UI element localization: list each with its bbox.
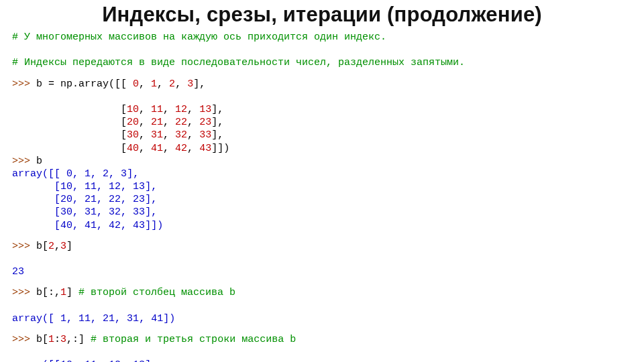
code-block: # У многомерных массивов на каждую ось п… — [12, 31, 632, 362]
num: 1 — [151, 78, 157, 90]
code-text: b[ — [30, 334, 48, 345]
num: 33 — [199, 129, 211, 141]
comment-line: # Индексы передаются в виде последовател… — [12, 57, 465, 68]
num: 0 — [133, 78, 139, 90]
num: 22 — [175, 117, 187, 128]
num: 10 — [127, 104, 139, 115]
prompt: >>> — [12, 334, 30, 345]
num: 43 — [199, 143, 211, 154]
num: 20 — [127, 117, 139, 128]
num: 32 — [175, 129, 187, 141]
comment-line: # У многомерных массивов на каждую ось п… — [12, 32, 386, 43]
code-text: b[:, — [30, 287, 60, 298]
output-line: [30, 31, 32, 33], — [12, 206, 157, 218]
output-line: array([ 1, 11, 21, 31, 41]) — [12, 313, 175, 324]
slide-title: Индексы, срезы, итерации (продолжение) — [12, 3, 632, 27]
code-text: [ — [12, 117, 127, 128]
num: 41 — [151, 143, 163, 154]
num: 13 — [199, 104, 211, 115]
num: 3 — [60, 334, 66, 345]
num: 31 — [151, 129, 163, 141]
code-text: [ — [12, 104, 127, 115]
code-text: [ — [12, 129, 127, 141]
num: 40 — [127, 143, 139, 154]
num: 3 — [60, 241, 66, 252]
num: 1 — [48, 334, 54, 345]
num: 2 — [169, 78, 175, 90]
prompt: >>> — [12, 287, 30, 298]
num: 2 — [48, 241, 54, 252]
num: 11 — [151, 104, 163, 115]
prompt: >>> — [12, 78, 30, 90]
code-text: b[ — [30, 241, 48, 252]
num: 1 — [60, 287, 66, 298]
num: 42 — [175, 143, 187, 154]
output-line: array([[10, 11, 12, 13], — [12, 359, 157, 362]
prompt: >>> — [12, 156, 30, 167]
prompt: >>> — [12, 241, 30, 252]
comment-inline: # второй столбец массива b — [72, 287, 235, 298]
comment-inline: # вторая и третья строки массива b — [85, 334, 296, 345]
code-text: ,:] — [66, 334, 85, 345]
num: 23 — [199, 117, 211, 128]
output-line: array([[ 0, 1, 2, 3], — [12, 168, 139, 180]
num: 3 — [187, 78, 193, 90]
num: 21 — [151, 117, 163, 128]
output-line: 23 — [12, 266, 24, 278]
output-line: [40, 41, 42, 43]]) — [12, 220, 163, 231]
code-text: b — [30, 156, 42, 167]
output-line: [10, 11, 12, 13], — [12, 181, 157, 192]
output-line: [20, 21, 22, 23], — [12, 194, 157, 205]
num: 30 — [127, 129, 139, 141]
code-text: b = np.array([[ — [30, 78, 133, 90]
code-text: [ — [12, 143, 127, 154]
num: 12 — [175, 104, 187, 115]
